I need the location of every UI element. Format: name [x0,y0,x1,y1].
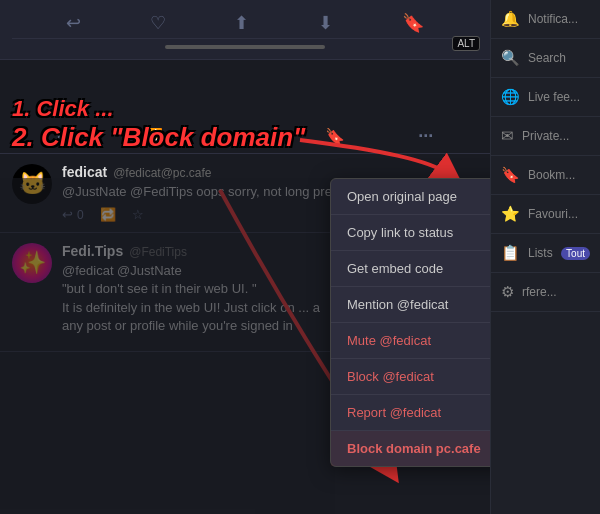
fedicat-reply-count: 0 [77,208,84,222]
sidebar-item-notifications[interactable]: 🔔 Notifica... [491,0,600,39]
reply-icon[interactable]: ↩ [66,12,81,34]
sidebar-item-live-feeds[interactable]: 🌐 Live fee... [491,78,600,117]
display-name-feditips: Fedi.Tips [62,243,123,259]
handle-fedicat: @fedicat@pc.cafe [113,166,211,180]
sidebar-item-search[interactable]: 🔍 Search [491,39,600,78]
fedicat-reply-action[interactable]: ↩ 0 [62,207,84,222]
bookmark-icon[interactable]: 🔖 [402,12,424,34]
display-name-fedicat: fedicat [62,164,107,180]
fedicat-like-action[interactable]: ☆ [132,207,144,222]
menu-mention[interactable]: Mention @fedicat [331,287,490,323]
menu-block-user[interactable]: Block @fedicat [331,359,490,395]
live-feeds-icon: 🌐 [501,88,520,106]
menu-block-domain[interactable]: Block domain pc.cafe [331,431,490,466]
sidebar-item-preferences[interactable]: ⚙ rfere... [491,273,600,312]
heart-icon[interactable]: ♡ [150,12,166,34]
menu-open-original[interactable]: Open original page [331,179,490,215]
sidebar-item-favourites[interactable]: ⭐ Favouri... [491,195,600,234]
preferences-label: rfere... [522,285,557,299]
live-feeds-label: Live fee... [528,90,580,104]
search-label: Search [528,51,566,65]
share-icon[interactable]: ⬆ [234,12,249,34]
progress-bar [165,45,325,49]
lists-label: Lists [528,246,553,260]
avatar-fedicat: 🐱 [12,164,52,204]
context-menu: Open original page Copy link to status G… [330,178,490,467]
avatar-feditips: ✨ [12,243,52,283]
lists-icon: 📋 [501,244,520,262]
favourites-label: Favouri... [528,207,578,221]
menu-report[interactable]: Report @fedicat [331,395,490,431]
sidebar-item-lists[interactable]: 📋 Lists Tout [491,234,600,273]
instruction-overlay: 1. Click ... 2. Click "Block domain" [0,90,490,159]
sidebar-item-bookmarks[interactable]: 🔖 Bookm... [491,156,600,195]
bookmarks-label: Bookm... [528,168,575,182]
app-container: ↩ ♡ ⬆ ⬇ 🔖 ALT 1. Click ... 2. Click "Blo… [0,0,600,514]
preferences-icon: ⚙ [501,283,514,301]
handle-feditips: @FediTips [129,245,187,259]
notifications-icon: 🔔 [501,10,520,28]
instruction-line1: 1. Click ... [12,96,478,122]
right-sidebar: 🔔 Notifica... 🔍 Search 🌐 Live fee... ✉ P… [490,0,600,514]
favourites-icon: ⭐ [501,205,520,223]
download-icon[interactable]: ⬇ [318,12,333,34]
instruction-line2: 2. Click "Block domain" [12,122,478,153]
fedicat-repost-action[interactable]: 🔁 [100,207,116,222]
menu-embed-code[interactable]: Get embed code [331,251,490,287]
top-action-icons: ↩ ♡ ⬆ ⬇ 🔖 [12,8,478,39]
notifications-label: Notifica... [528,12,578,26]
main-column: ↩ ♡ ⬆ ⬇ 🔖 ALT 1. Click ... 2. Click "Blo… [0,0,490,514]
alt-badge: ALT [452,36,480,51]
private-icon: ✉ [501,127,514,145]
search-icon: 🔍 [501,49,520,67]
top-card: ↩ ♡ ⬆ ⬇ 🔖 ALT [0,0,490,60]
tout-badge: Tout [561,247,590,260]
progress-bar-container [12,39,478,53]
private-label: Private... [522,129,569,143]
menu-mute[interactable]: Mute @fedicat [331,323,490,359]
sidebar-item-private[interactable]: ✉ Private... [491,117,600,156]
bookmarks-icon: 🔖 [501,166,520,184]
menu-copy-link[interactable]: Copy link to status [331,215,490,251]
